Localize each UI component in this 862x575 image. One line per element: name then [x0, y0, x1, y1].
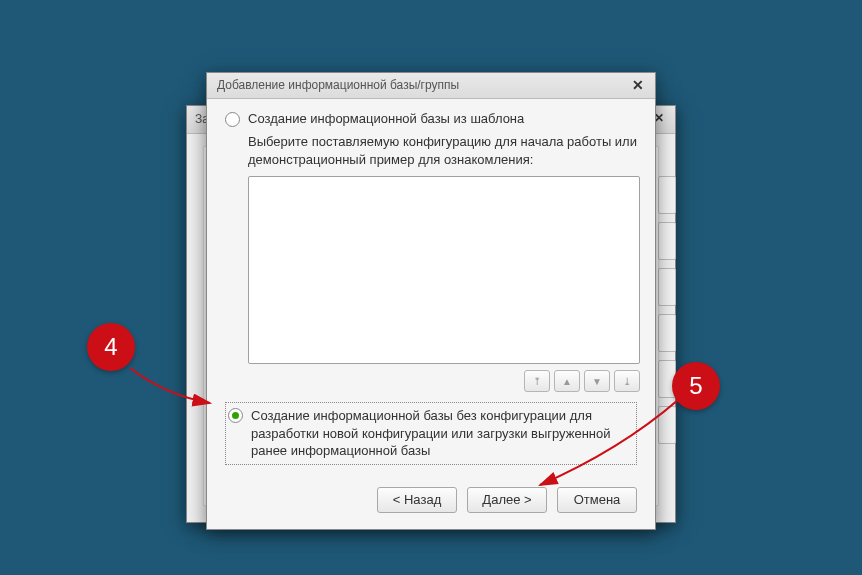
bg-side-button[interactable]	[658, 222, 676, 260]
back-button[interactable]: < Назад	[377, 487, 457, 513]
arrow-bottom-icon: ⤓	[623, 376, 631, 387]
callout-badge-4: 4	[87, 323, 135, 371]
option-label: Создание информационной базы из шаблона	[248, 111, 524, 126]
callout-number: 5	[689, 372, 702, 400]
template-listbox[interactable]	[248, 176, 640, 364]
bg-side-buttons	[658, 176, 676, 444]
cancel-button[interactable]: Отмена	[557, 487, 637, 513]
radio-unselected-icon[interactable]	[225, 112, 240, 127]
dialog-body: Создание информационной базы из шаблона …	[207, 99, 655, 529]
radio-selected-icon[interactable]	[228, 408, 243, 423]
move-top-button[interactable]: ⤒	[524, 370, 550, 392]
bg-side-button[interactable]	[658, 176, 676, 214]
callout-number: 4	[104, 333, 117, 361]
move-bottom-button[interactable]: ⤓	[614, 370, 640, 392]
callout-badge-5: 5	[672, 362, 720, 410]
bg-side-button[interactable]	[658, 406, 676, 444]
move-down-button[interactable]: ▼	[584, 370, 610, 392]
arrow-up-icon: ▲	[562, 376, 572, 387]
reorder-buttons: ⤒ ▲ ▼ ⤓	[248, 370, 640, 392]
option-create-from-template[interactable]: Создание информационной базы из шаблона	[225, 111, 637, 127]
next-button[interactable]: Далее >	[467, 487, 547, 513]
dialog-title: Добавление информационной базы/группы	[217, 78, 459, 92]
option1-hint: Выберите поставляемую конфигурацию для н…	[248, 133, 637, 168]
option-label: Создание информационной базы без конфигу…	[251, 407, 630, 460]
bg-side-button[interactable]	[658, 314, 676, 352]
move-up-button[interactable]: ▲	[554, 370, 580, 392]
dialog-button-row: < Назад Далее > Отмена	[225, 487, 637, 513]
option-create-empty[interactable]: Создание информационной базы без конфигу…	[225, 402, 637, 465]
arrow-down-icon: ▼	[592, 376, 602, 387]
close-icon[interactable]: ✕	[627, 76, 649, 94]
bg-side-button[interactable]	[658, 268, 676, 306]
add-infobase-dialog: Добавление информационной базы/группы ✕ …	[206, 72, 656, 530]
arrow-top-icon: ⤒	[533, 376, 541, 387]
dialog-titlebar: Добавление информационной базы/группы ✕	[207, 73, 655, 99]
